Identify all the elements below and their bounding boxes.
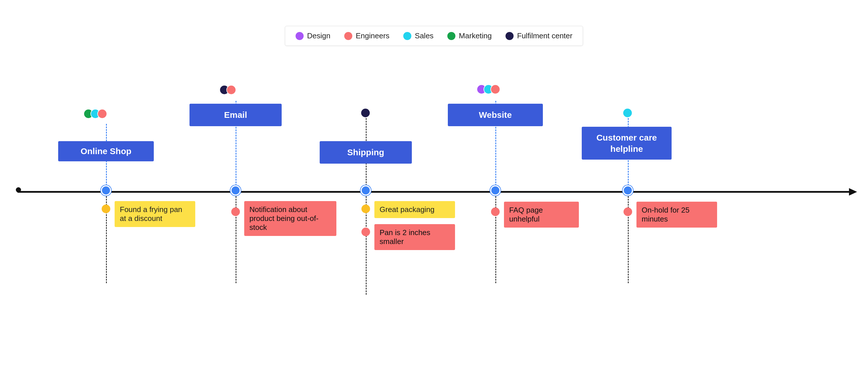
website-dashed-below bbox=[495, 191, 496, 283]
website-node bbox=[490, 185, 500, 196]
customer-care-dot-red bbox=[623, 207, 632, 216]
email-note: Notification about product being out-of-… bbox=[244, 201, 336, 236]
online-shop-node bbox=[101, 185, 111, 196]
online-shop-dot-yellow bbox=[102, 205, 110, 213]
legend-item-engineers: Engineers bbox=[344, 31, 390, 40]
online-shop-label: Online Shop bbox=[58, 141, 154, 161]
customer-care-node bbox=[623, 185, 633, 196]
sales-dot bbox=[403, 32, 411, 40]
online-shop-note: Found a frying pan at a discount bbox=[115, 201, 195, 227]
website-dot-red bbox=[491, 207, 500, 216]
timeline-start-dot bbox=[16, 187, 21, 193]
shipping-dot-yellow bbox=[362, 205, 370, 213]
legend-item-marketing: Marketing bbox=[447, 31, 492, 40]
customer-care-label: Customer care helpline bbox=[582, 127, 672, 159]
legend-item-fulfilment: Fulfilment center bbox=[506, 31, 572, 40]
cluster-dot bbox=[491, 84, 500, 94]
cluster-dot bbox=[97, 109, 107, 119]
email-dashed-below bbox=[236, 191, 237, 283]
shipping-note-2: Pan is 2 inches smaller bbox=[374, 224, 455, 250]
design-dot bbox=[296, 32, 304, 40]
legend-label-engineers: Engineers bbox=[356, 31, 390, 40]
email-cluster bbox=[219, 85, 236, 95]
shipping-cluster bbox=[361, 108, 370, 118]
email-dot-red bbox=[231, 207, 240, 216]
email-node bbox=[230, 185, 241, 196]
cluster-dot bbox=[623, 108, 632, 118]
shipping-node bbox=[361, 185, 371, 196]
legend-label-design: Design bbox=[307, 31, 330, 40]
engineers-dot bbox=[344, 32, 352, 40]
cluster-dot bbox=[226, 85, 236, 95]
legend: Design Engineers Sales Marketing Fulfilm… bbox=[285, 26, 583, 46]
fulfilment-dot bbox=[506, 32, 514, 40]
website-cluster bbox=[476, 84, 500, 94]
legend-label-fulfilment: Fulfilment center bbox=[517, 31, 572, 40]
email-label: Email bbox=[189, 104, 282, 126]
shipping-note-1: Great packaging bbox=[374, 201, 455, 218]
shipping-label: Shipping bbox=[320, 141, 412, 164]
legend-label-sales: Sales bbox=[415, 31, 433, 40]
timeline-axis bbox=[17, 191, 851, 193]
website-label: Website bbox=[448, 104, 543, 126]
online-shop-cluster bbox=[84, 109, 107, 119]
customer-care-note: On-hold for 25 minutes bbox=[637, 202, 717, 228]
cluster-dot bbox=[361, 108, 370, 118]
page-container: Design Engineers Sales Marketing Fulfilm… bbox=[0, 0, 868, 382]
customer-care-cluster bbox=[623, 108, 632, 118]
customer-care-dashed-below bbox=[628, 191, 629, 283]
legend-item-design: Design bbox=[296, 31, 330, 40]
legend-item-sales: Sales bbox=[403, 31, 433, 40]
shipping-dot-red bbox=[362, 228, 370, 236]
legend-label-marketing: Marketing bbox=[459, 31, 492, 40]
website-note: FAQ page unhelpful bbox=[504, 202, 579, 228]
marketing-dot bbox=[447, 32, 455, 40]
